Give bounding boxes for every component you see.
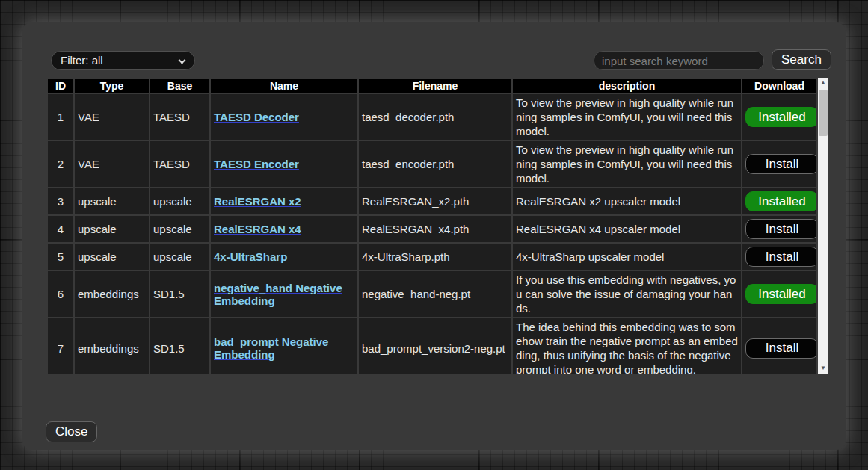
cell-description: To view the preview in high quality whil…: [513, 94, 741, 140]
column-header-type: Type: [75, 79, 149, 93]
model-table-container: IDTypeBaseNameFilenamedescriptionDownloa…: [46, 78, 828, 374]
cell-filename: negative_hand-neg.pt: [359, 271, 511, 317]
table-row: 6embeddingsSD1.5negative_hand Negative E…: [48, 271, 816, 317]
cell-description: To view the preview in high quality whil…: [513, 141, 741, 187]
installed-button[interactable]: Installed: [745, 284, 816, 304]
chevron-down-icon: [179, 57, 186, 64]
column-header-filename: Filename: [359, 79, 511, 93]
table-scrollbar[interactable]: ▲ ▼: [818, 78, 828, 374]
cell-name: bad_prompt Negative Embedding: [211, 318, 357, 374]
cell-type: upscale: [75, 188, 149, 214]
cell-name: TAESD Decoder: [211, 94, 357, 140]
cell-filename: RealESRGAN_x4.pth: [359, 216, 511, 242]
table-row: 7embeddingsSD1.5bad_prompt Negative Embe…: [48, 318, 816, 374]
cell-description: 4x-UltraSharp upscaler model: [513, 244, 741, 270]
cell-type: upscale: [75, 244, 149, 270]
model-name-label: RealESRGAN x4: [214, 223, 301, 235]
column-header-name: Name: [211, 79, 357, 93]
model-name-link[interactable]: 4x-UltraSharp: [214, 250, 287, 263]
filter-select[interactable]: Filter: all: [51, 51, 195, 70]
cell-description: The idea behind this embedding was to so…: [513, 318, 741, 374]
cell-filename: bad_prompt_version2-neg.pt: [359, 318, 511, 374]
cell-base: SD1.5: [150, 271, 209, 317]
model-name-label: bad_prompt Negative Embedding: [214, 336, 328, 361]
cell-download: Install: [742, 216, 816, 242]
cell-id: 6: [48, 271, 73, 317]
cell-id: 2: [48, 141, 73, 187]
cell-base: upscale: [150, 188, 209, 214]
model-name-link[interactable]: TAESD Decoder: [214, 111, 299, 123]
cell-name: 4x-UltraSharp: [211, 244, 357, 270]
column-header-description: description: [513, 79, 741, 93]
table-row: 5upscaleupscale4x-UltraSharp4x-UltraShar…: [48, 244, 816, 270]
model-name-label: TAESD Decoder: [214, 111, 299, 123]
cell-id: 5: [48, 244, 73, 270]
cell-filename: taesd_encoder.pth: [359, 141, 511, 187]
install-button[interactable]: Install: [745, 154, 816, 174]
cell-description: RealESRGAN x2 upscaler model: [513, 188, 741, 214]
cell-description: If you use this embedding with negatives…: [513, 271, 741, 317]
cell-base: TAESD: [150, 141, 209, 187]
filter-select-value: Filter: all: [61, 54, 103, 67]
cell-filename: taesd_decoder.pth: [359, 94, 511, 140]
model-name-label: negative_hand Negative Embedding: [214, 282, 342, 307]
cell-type: upscale: [75, 216, 149, 242]
search-button[interactable]: Search: [772, 49, 831, 70]
cell-id: 7: [48, 318, 73, 374]
table-header-row: IDTypeBaseNameFilenamedescriptionDownloa…: [48, 79, 816, 93]
cell-id: 3: [48, 188, 73, 214]
table-row: 1VAETAESDTAESD Decodertaesd_decoder.pthT…: [48, 94, 816, 140]
cell-download: Installed: [742, 188, 816, 214]
cell-download: Installed: [742, 94, 816, 140]
cell-description: RealESRGAN x4 upscaler model: [513, 216, 741, 242]
model-table: IDTypeBaseNameFilenamedescriptionDownloa…: [46, 78, 818, 374]
close-button[interactable]: Close: [46, 421, 97, 442]
table-row: 4upscaleupscaleRealESRGAN x4RealESRGAN_x…: [48, 216, 816, 242]
model-table-body: 1VAETAESDTAESD Decodertaesd_decoder.pthT…: [48, 94, 816, 374]
model-name-link[interactable]: RealESRGAN x2: [214, 195, 301, 208]
cell-download: Install: [742, 244, 816, 270]
column-header-base: Base: [150, 79, 209, 93]
column-header-download: Download: [742, 79, 816, 93]
install-button[interactable]: Install: [745, 219, 816, 239]
model-name-link[interactable]: bad_prompt Negative Embedding: [214, 336, 328, 361]
cell-name: negative_hand Negative Embedding: [211, 271, 357, 317]
installed-button[interactable]: Installed: [745, 191, 816, 211]
model-name-link[interactable]: negative_hand Negative Embedding: [214, 282, 342, 307]
model-name-link[interactable]: TAESD Encoder: [214, 158, 299, 170]
cell-name: TAESD Encoder: [211, 141, 357, 187]
model-name-label: TAESD Encoder: [214, 158, 299, 170]
scrollbar-up-arrow-icon[interactable]: ▲: [818, 78, 828, 88]
column-header-id: ID: [48, 79, 73, 93]
cell-download: Installed: [742, 271, 816, 317]
cell-filename: RealESRGAN_x2.pth: [359, 188, 511, 214]
cell-base: TAESD: [150, 94, 209, 140]
scrollbar-thumb[interactable]: [819, 90, 828, 136]
cell-base: upscale: [150, 244, 209, 270]
cell-filename: 4x-UltraSharp.pth: [359, 244, 511, 270]
cell-type: VAE: [75, 94, 149, 140]
model-name-link[interactable]: RealESRGAN x4: [214, 223, 301, 235]
cell-id: 1: [48, 94, 73, 140]
cell-type: embeddings: [75, 271, 149, 317]
cell-base: upscale: [150, 216, 209, 242]
cell-name: RealESRGAN x2: [211, 188, 357, 214]
cell-name: RealESRGAN x4: [211, 216, 357, 242]
install-button[interactable]: Install: [745, 338, 816, 359]
model-name-label: RealESRGAN x2: [214, 195, 301, 208]
cell-download: Install: [742, 141, 816, 187]
search-input[interactable]: [594, 51, 764, 70]
cell-download: Install: [742, 318, 816, 374]
cell-id: 4: [48, 216, 73, 242]
table-row: 3upscaleupscaleRealESRGAN x2RealESRGAN_x…: [48, 188, 816, 214]
install-button[interactable]: Install: [745, 247, 816, 267]
model-name-label: 4x-UltraSharp: [214, 250, 287, 263]
cell-base: SD1.5: [150, 318, 209, 374]
scrollbar-down-arrow-icon[interactable]: ▼: [818, 363, 828, 374]
install-models-dialog: Filter: all Search IDTypeBaseNameFilenam…: [22, 22, 846, 450]
cell-type: VAE: [75, 141, 149, 187]
table-row: 2VAETAESDTAESD Encodertaesd_encoder.pthT…: [48, 141, 816, 187]
installed-button[interactable]: Installed: [745, 107, 816, 127]
cell-type: embeddings: [75, 318, 149, 374]
